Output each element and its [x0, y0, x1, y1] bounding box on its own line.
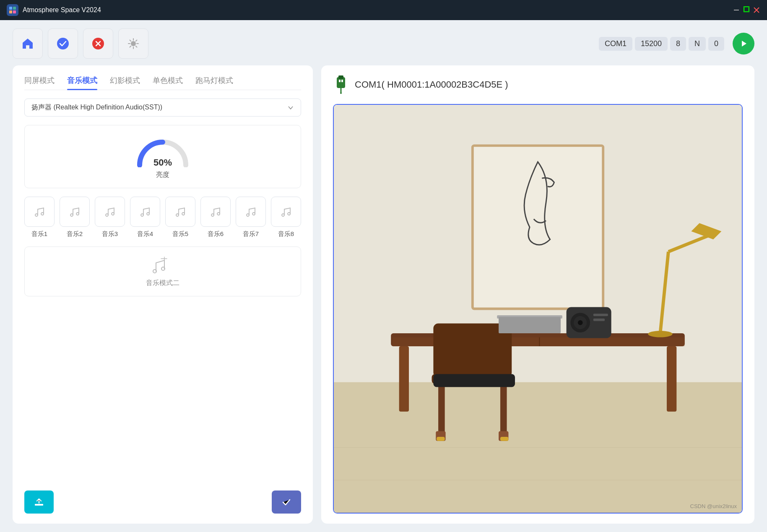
bulb-on-button[interactable]	[48, 29, 78, 59]
music-item-7[interactable]: 音乐7	[236, 197, 266, 238]
audio-dropdown[interactable]: 扬声器 (Realtek High Definition Audio(SST))	[24, 99, 301, 117]
bottom-buttons	[24, 490, 301, 514]
music-label-7: 音乐7	[243, 230, 259, 238]
room-image: CSDN @unix2linux	[333, 104, 743, 514]
tab-marquee[interactable]: 跑马灯模式	[195, 75, 233, 90]
tab-phantom[interactable]: 幻影模式	[110, 75, 140, 90]
room-scene: CSDN @unix2linux	[334, 105, 742, 513]
svg-rect-60	[593, 319, 605, 321]
music-icon-box-3	[95, 197, 125, 227]
svg-point-19	[176, 214, 179, 216]
svg-point-11	[35, 214, 38, 216]
toolbar: COM1 15200 8 N 0	[13, 29, 754, 59]
chevron-down-icon	[287, 104, 294, 111]
music-item-5[interactable]: 音乐5	[165, 197, 195, 238]
svg-rect-0	[9, 7, 12, 10]
dropdown-value: 扬声器 (Realtek High Definition Audio(SST))	[31, 103, 162, 112]
music-icon-box-4	[130, 197, 160, 227]
svg-rect-62	[499, 317, 561, 333]
svg-point-34	[340, 92, 342, 94]
music-item-4[interactable]: 音乐4	[130, 197, 160, 238]
tab-solid[interactable]: 单色模式	[153, 75, 183, 90]
watermark: CSDN @unix2linux	[690, 503, 737, 509]
svg-point-15	[106, 214, 108, 216]
com-badges: COM1 15200 8 N 0	[599, 37, 724, 51]
data-bits-badge: 8	[670, 37, 686, 51]
parity-badge: N	[689, 37, 706, 51]
tab-sync[interactable]: 同屏模式	[24, 75, 55, 90]
music-icon-box-7	[236, 197, 266, 227]
device-header: COM1( HM0001:1A00002B3C4D5E )	[333, 75, 743, 97]
brightness-box: 50% 亮度	[24, 125, 301, 188]
device-name: COM1( HM0001:1A00002B3C4D5E )	[355, 79, 508, 90]
svg-rect-43	[667, 346, 676, 412]
stop-bits-badge: 0	[708, 37, 724, 51]
settings-button[interactable]	[118, 29, 148, 59]
upload-icon	[33, 496, 45, 508]
bulb-off-button[interactable]	[83, 29, 113, 59]
svg-point-21	[211, 214, 214, 216]
brightness-label: 亮度	[156, 171, 169, 179]
svg-rect-2	[9, 10, 12, 13]
main-area: COM1 15200 8 N 0 同屏模式 音乐模式 幻影模式 单色模式 跑马灯…	[0, 20, 767, 532]
title-bar: Atmosphere Space V2024	[0, 0, 767, 20]
svg-rect-59	[593, 314, 608, 316]
music-icon-box-1	[24, 197, 55, 227]
svg-point-16	[112, 213, 114, 215]
music-icon-box-2	[60, 197, 90, 227]
play-button[interactable]	[733, 33, 754, 54]
close-button[interactable]	[753, 6, 760, 14]
music-label-1: 音乐1	[31, 230, 47, 238]
usb-icon	[333, 75, 349, 94]
music-item-2[interactable]: 音乐2	[60, 197, 90, 238]
tabs: 同屏模式 音乐模式 幻影模式 单色模式 跑马灯模式	[24, 75, 301, 90]
svg-rect-32	[339, 80, 341, 82]
brightness-gauge: 50%	[133, 134, 192, 167]
svg-point-18	[147, 213, 149, 215]
svg-rect-3	[13, 10, 16, 13]
svg-point-23	[247, 214, 249, 216]
svg-rect-5	[744, 7, 749, 12]
svg-rect-31	[338, 75, 343, 79]
music-item-6[interactable]: 音乐6	[200, 197, 231, 238]
left-panel: 同屏模式 音乐模式 幻影模式 单色模式 跑马灯模式 扬声器 (Realtek H…	[13, 65, 313, 524]
content-row: 同屏模式 音乐模式 幻影模式 单色模式 跑马灯模式 扬声器 (Realtek H…	[13, 65, 754, 524]
minimize-button[interactable]	[733, 6, 740, 14]
music-grid: 音乐1 音乐2 音乐3	[24, 197, 301, 238]
confirm-button[interactable]	[272, 490, 301, 514]
svg-rect-53	[437, 437, 445, 441]
music-item-8[interactable]: 音乐8	[271, 197, 301, 238]
music-label-2: 音乐2	[67, 230, 83, 238]
svg-rect-52	[433, 374, 515, 387]
svg-point-20	[182, 213, 185, 215]
brightness-percent-text: 50%	[153, 157, 172, 168]
svg-point-17	[141, 214, 143, 216]
confirm-icon	[281, 496, 292, 508]
music-label-6: 音乐6	[208, 230, 224, 238]
music-mode2-icon	[153, 255, 173, 275]
svg-point-58	[578, 320, 583, 325]
right-panel: COM1( HM0001:1A00002B3C4D5E )	[321, 65, 754, 524]
svg-point-65	[648, 331, 672, 337]
svg-point-13	[70, 214, 73, 216]
maximize-button[interactable]	[744, 6, 749, 12]
svg-marker-10	[742, 41, 746, 47]
svg-point-8	[57, 38, 69, 49]
com-port-badge: COM1	[599, 37, 632, 51]
svg-point-25	[282, 214, 284, 216]
music-item-3[interactable]: 音乐3	[95, 197, 125, 238]
svg-rect-40	[473, 145, 603, 309]
music-icon-box-8	[271, 197, 301, 227]
music-mode2-box[interactable]: 音乐模式二	[24, 247, 301, 296]
svg-rect-42	[399, 346, 409, 412]
home-button[interactable]	[13, 29, 43, 59]
svg-point-14	[76, 213, 79, 215]
upload-button[interactable]	[24, 490, 54, 514]
tab-music[interactable]: 音乐模式	[67, 75, 97, 90]
music-label-4: 音乐4	[137, 230, 153, 238]
music-icon-box-6	[200, 197, 231, 227]
music-item-1[interactable]: 音乐1	[24, 197, 55, 238]
svg-rect-54	[500, 437, 508, 441]
music-label-8: 音乐8	[278, 230, 294, 238]
svg-rect-29	[35, 504, 43, 506]
